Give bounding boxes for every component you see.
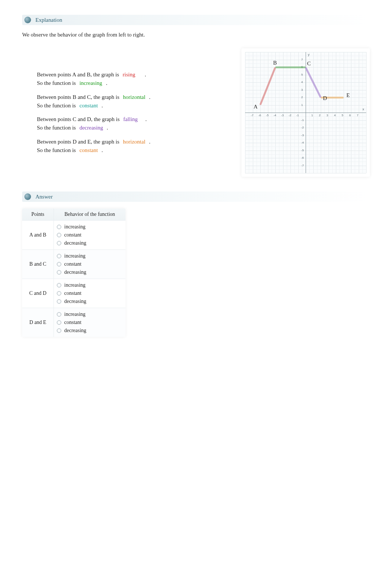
point-label-E: E <box>347 92 350 99</box>
table-row: A and Bincreasingconstantdecreasing <box>22 220 125 249</box>
x-tick: -5 <box>266 114 269 117</box>
period: . <box>149 139 151 145</box>
table-row: B and Cincreasingconstantdecreasing <box>22 249 125 279</box>
y-tick: -4 <box>301 141 304 144</box>
answer-table: Points Behavior of the function A and Bi… <box>22 208 125 337</box>
option-increasing[interactable]: increasing <box>57 223 123 231</box>
x-axis-label: x <box>362 107 364 111</box>
answer-header: Answer <box>22 192 370 202</box>
explanation-header: Explanation <box>22 15 370 25</box>
graph-container: -7-6-5-4-3-2-11234567-7-6-5-4-3-2-112345… <box>241 48 370 177</box>
coordinate-graph: -7-6-5-4-3-2-11234567-7-6-5-4-3-2-112345… <box>245 52 366 173</box>
option-label: decreasing <box>64 299 86 304</box>
cd2-blank: decreasing <box>77 124 105 132</box>
option-constant[interactable]: constant <box>57 289 123 297</box>
y-tick: -3 <box>301 134 304 137</box>
option-decreasing[interactable]: decreasing <box>57 268 123 276</box>
bc2-pre: So the function is <box>37 103 77 108</box>
period: . <box>102 147 103 153</box>
radio-icon[interactable] <box>57 241 61 245</box>
cd1-blank: falling <box>121 115 144 124</box>
para-ab: Between points A and B, the graph is ris… <box>37 70 233 88</box>
option-label: decreasing <box>64 240 86 246</box>
option-constant[interactable]: constant <box>57 318 123 327</box>
y-tick: 2 <box>301 96 303 99</box>
y-tick: 3 <box>301 88 303 92</box>
de2-blank: constant <box>77 146 100 155</box>
y-tick: -2 <box>301 126 304 129</box>
row-options: increasingconstantdecreasing <box>54 221 125 249</box>
x-tick: 2 <box>319 114 320 117</box>
radio-icon[interactable] <box>57 262 61 266</box>
para-bc: Between points B and C, the graph is hor… <box>37 93 233 110</box>
x-tick: 7 <box>357 114 358 117</box>
y-tick: -5 <box>301 149 304 152</box>
x-tick: -1 <box>296 114 299 117</box>
radio-icon[interactable] <box>57 299 61 304</box>
bullet-icon <box>24 193 31 200</box>
x-tick: 5 <box>342 114 343 117</box>
segment-BC <box>275 66 306 68</box>
row-label: A and B <box>22 221 54 249</box>
period: . <box>145 72 146 77</box>
option-increasing[interactable]: increasing <box>57 252 123 260</box>
intro-text: We observe the behavior of the graph fro… <box>22 32 370 38</box>
para-cd: Between points C and D, the graph is fal… <box>37 115 233 132</box>
point-label-D: D <box>323 95 327 101</box>
col-behavior: Behavior of the function <box>54 208 125 220</box>
option-decreasing[interactable]: decreasing <box>57 327 123 335</box>
option-label: constant <box>64 232 82 238</box>
option-label: increasing <box>64 282 86 288</box>
bc2-blank: constant <box>77 101 100 110</box>
explanation-title: Explanation <box>35 17 62 23</box>
radio-icon[interactable] <box>57 225 61 229</box>
radio-icon[interactable] <box>57 320 61 325</box>
option-increasing[interactable]: increasing <box>57 281 123 289</box>
option-constant[interactable]: constant <box>57 231 123 239</box>
ab1-pre: Between points A and B, the graph is <box>37 72 120 77</box>
de1-blank: horizontal <box>121 138 148 146</box>
radio-icon[interactable] <box>57 291 61 296</box>
option-constant[interactable]: constant <box>57 260 123 268</box>
bullet-icon <box>24 17 31 23</box>
explanation-body: Between points A and B, the graph is ris… <box>22 48 370 177</box>
point-label-B: B <box>273 60 277 66</box>
radio-icon[interactable] <box>57 283 61 287</box>
x-tick: 1 <box>312 114 313 117</box>
option-label: constant <box>64 261 82 267</box>
de2-pre: So the function is <box>37 147 77 153</box>
radio-icon[interactable] <box>57 328 61 333</box>
option-decreasing[interactable]: decreasing <box>57 297 123 306</box>
radio-icon[interactable] <box>57 254 61 258</box>
option-label: constant <box>64 320 82 325</box>
row-label: D and E <box>22 308 54 337</box>
table-row: C and Dincreasingconstantdecreasing <box>22 279 125 308</box>
period: . <box>107 125 108 131</box>
option-label: increasing <box>64 311 86 317</box>
explanation-text: Between points A and B, the graph is ris… <box>22 48 233 160</box>
row-options: increasingconstantdecreasing <box>54 279 125 308</box>
y-axis-label: y <box>308 53 310 56</box>
de1-pre: Between points D and E, the graph is <box>37 139 121 145</box>
option-increasing[interactable]: increasing <box>57 310 123 318</box>
period: . <box>106 80 107 86</box>
y-tick: 5 <box>301 73 303 76</box>
period: . <box>145 116 147 122</box>
bc1-pre: Between points B and C, the graph is <box>37 94 121 100</box>
option-label: decreasing <box>64 328 86 334</box>
option-label: constant <box>64 290 82 296</box>
y-tick: 7 <box>301 58 303 61</box>
row-options: increasingconstantdecreasing <box>54 250 125 279</box>
answer-title: Answer <box>35 194 53 200</box>
radio-icon[interactable] <box>57 233 61 237</box>
row-options: increasingconstantdecreasing <box>54 308 125 337</box>
x-tick: -3 <box>281 114 284 117</box>
x-tick: -7 <box>251 114 254 117</box>
option-decreasing[interactable]: decreasing <box>57 239 123 247</box>
radio-icon[interactable] <box>57 270 61 275</box>
ab2-blank: increasing <box>77 79 104 87</box>
y-tick: 1 <box>301 103 303 107</box>
ab1-blank: rising <box>120 70 143 79</box>
radio-icon[interactable] <box>57 312 61 317</box>
y-tick: -6 <box>301 156 304 159</box>
